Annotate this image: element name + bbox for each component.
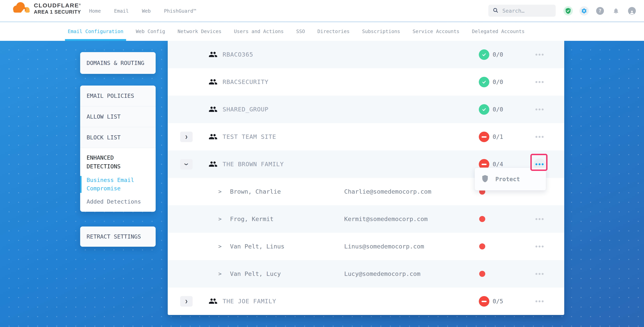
settings-tab-bar: Email ConfigurationWeb ConfigNetwork Dev… [0, 22, 644, 41]
member-chevron-icon[interactable]: > [218, 205, 222, 233]
group-icon [208, 133, 218, 141]
dot [538, 136, 540, 138]
bell-icon[interactable] [611, 6, 621, 15]
member-name: Van Pelt, Lucy [230, 260, 281, 288]
row-actions-menu[interactable] [534, 241, 545, 252]
dot [542, 136, 544, 138]
status-alert-dot [479, 271, 485, 277]
sidebar-item-domains-routing[interactable]: DOMAINS & ROUTING [80, 52, 156, 74]
tab-service-accounts[interactable]: Service Accounts [413, 22, 460, 41]
primary-nav: HomeEmailWebPhishGuard™ [89, 0, 196, 22]
tab-sso[interactable]: SSO [296, 22, 305, 41]
status-protected-icon [479, 77, 489, 87]
row-context-menu[interactable]: Protect [474, 168, 546, 191]
member-email: Kermit@somedemocorp.com [344, 205, 428, 233]
dot [536, 136, 538, 138]
dot [536, 81, 538, 83]
dot [536, 273, 538, 275]
tab-users-and-actions[interactable]: Users and Actions [234, 22, 284, 41]
row-actions-menu[interactable] [534, 49, 545, 60]
sidebar-item-label: DOMAINS & ROUTING [86, 60, 144, 66]
sidebar-item-block-list[interactable]: BLOCK LIST [80, 127, 156, 148]
enhanced-detections-title[interactable]: ENHANCED DETECTIONS [80, 153, 156, 171]
minus-icon [482, 136, 486, 138]
cloudflare-logo: CLOUDFLARE® AREA 1 SECURITY [11, 1, 81, 15]
group-name: RBACO365 [222, 41, 253, 68]
cloudflare-cloud-icon [11, 1, 31, 15]
dot [536, 108, 538, 110]
avatar-icon[interactable] [627, 6, 636, 15]
group-icon [208, 161, 218, 168]
tab-network-devices[interactable]: Network Devices [178, 22, 222, 41]
expand-row-button[interactable]: ❯ [180, 296, 192, 307]
dot [542, 81, 544, 83]
sidebar-item-email-policies[interactable]: EMAIL POLICIES [80, 85, 156, 106]
dot [536, 300, 538, 302]
table-row-member: >Van Pelt, LucyLucy@somedemocorp.com [168, 260, 564, 288]
sidebar-item-allow-list[interactable]: ALLOW LIST [80, 106, 156, 127]
dot [542, 54, 544, 56]
top-header: CLOUDFLARE® AREA 1 SECURITY HomeEmailWeb… [0, 0, 644, 22]
row-actions-menu[interactable] [534, 268, 545, 280]
dot [538, 300, 540, 302]
tab-delegated-accounts[interactable]: Delegated Accounts [472, 22, 524, 41]
row-actions-menu[interactable] [534, 76, 545, 88]
gear-icon[interactable] [580, 6, 589, 15]
dot [538, 108, 540, 110]
status-protected-icon [479, 104, 489, 115]
primary-nav-link-home[interactable]: Home [89, 8, 101, 14]
group-icon [208, 51, 218, 59]
member-email: Lucy@somedemocorp.com [344, 260, 420, 288]
expand-row-button[interactable]: ❯ [180, 132, 192, 142]
status-alert-dot [479, 243, 485, 249]
primary-nav-link-email[interactable]: Email [114, 8, 128, 14]
dot [536, 246, 538, 248]
dot [538, 218, 540, 220]
primary-nav-link-phishguard[interactable]: PhishGuard™ [164, 8, 196, 14]
member-chevron-icon[interactable]: > [218, 233, 222, 260]
group-name: THE BROWN FAMILY [222, 150, 284, 178]
dot [542, 300, 544, 302]
sidebar-subitem-business-email-compromise[interactable]: Business Email Compromise [80, 176, 156, 193]
group-icon [208, 298, 218, 306]
dot [542, 246, 544, 248]
tab-web-config[interactable]: Web Config [136, 22, 165, 41]
sidebar-section-enhanced-detections: ENHANCED DETECTIONS Business Email Compr… [80, 148, 156, 212]
tab-directories[interactable]: Directories [317, 22, 350, 41]
dot [542, 273, 544, 275]
tab-subscriptions[interactable]: Subscriptions [362, 22, 400, 41]
shield-check-icon[interactable] [564, 6, 573, 15]
chevron-icon: ❯ [185, 299, 188, 304]
table-row-group: SHARED_GROUP0/0 [168, 96, 564, 123]
sidebar-subitem-added-detections[interactable]: Added Detections [80, 198, 156, 206]
dot [538, 273, 540, 275]
status-alert-dot [479, 216, 485, 222]
tab-email-configuration[interactable]: Email Configuration [68, 22, 123, 41]
group-name: THE JOE FAMILY [222, 288, 276, 315]
collapse-row-button[interactable]: ❯ [180, 159, 192, 170]
member-chevron-icon[interactable]: > [218, 178, 222, 205]
help-icon[interactable]: ? [595, 6, 605, 15]
search-input[interactable] [502, 8, 549, 14]
table-row-group: RBACO3650/0 [168, 41, 564, 68]
row-actions-menu[interactable] [534, 131, 545, 143]
chevron-icon: ❯ [184, 163, 189, 166]
dot [538, 81, 540, 83]
primary-nav-link-web[interactable]: Web [142, 8, 150, 14]
protection-count: 0/0 [493, 68, 503, 96]
dot [538, 54, 540, 56]
header-icon-bar: ? [564, 0, 636, 22]
member-chevron-icon[interactable]: > [218, 260, 222, 288]
table-row-member: >Van Pelt, LinusLinus@somedemocorp.com [168, 233, 564, 260]
group-name: TEST TEAM SITE [222, 123, 276, 150]
context-menu-item-protect[interactable]: Protect [495, 176, 520, 183]
logo-product-name: AREA 1 SECURITY [34, 9, 81, 15]
row-actions-menu[interactable] [534, 104, 545, 115]
row-actions-menu[interactable] [534, 296, 545, 307]
group-name: SHARED_GROUP [222, 96, 268, 123]
global-search[interactable] [488, 5, 556, 17]
sidebar-item-label: RETRACT SETTINGS [86, 233, 141, 240]
row-actions-menu[interactable] [534, 213, 545, 225]
member-name: Brown, Charlie [230, 178, 281, 205]
sidebar-item-retract-settings[interactable]: RETRACT SETTINGS [80, 227, 156, 247]
